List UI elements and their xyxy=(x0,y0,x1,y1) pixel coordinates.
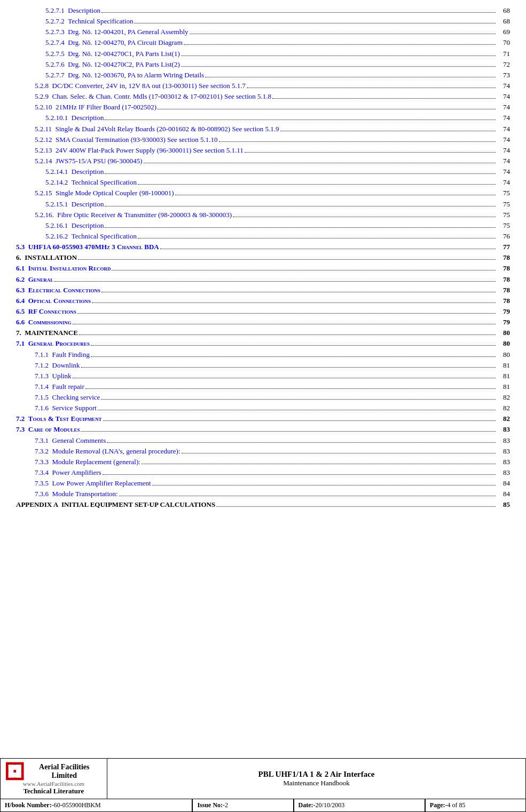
entry-dots xyxy=(85,388,496,389)
footer-logo-section: Aerial Facilities Limited www.AerialFaci… xyxy=(1,759,107,799)
toc-entry[interactable]: 6.2 General 78 xyxy=(16,274,510,285)
entry-dots xyxy=(181,66,496,67)
toc-entry[interactable]: 5.2.7.6 Drg. Nō. 12-004270C2, PA Parts L… xyxy=(16,59,510,70)
entry-page: 83 xyxy=(497,424,510,435)
toc-entry[interactable]: 7.1.6 Service Support 82 xyxy=(16,403,510,413)
toc-entry[interactable]: 5.2.12 SMA Coaxial Termination (93-93000… xyxy=(16,134,510,145)
toc-entry[interactable]: 7.3.4 Power Amplifiers 83 xyxy=(16,467,510,478)
toc-entry[interactable]: APPENDIX A INITIAL EQUIPMENT SET-UP CALC… xyxy=(16,499,510,510)
entry-dots xyxy=(216,506,496,507)
toc-entry[interactable]: 7.1.2 Downlink 81 xyxy=(16,360,510,371)
entry-left: 7.3.2 Module Removal (LNA’s, general pro… xyxy=(35,446,497,457)
toc-entry[interactable]: 5.2.7.1 Description 68 xyxy=(16,5,510,16)
entry-num: 5.2.7.1 xyxy=(45,5,68,16)
toc-content: 5.2.7.1 Description 68 5.2.7.2 Technical… xyxy=(0,0,526,758)
entry-left: 5.2.14.1 Description xyxy=(45,166,497,177)
entry-left: 5.2.12 SMA Coaxial Termination (93-93000… xyxy=(35,134,497,145)
entry-title: Fibre Optic Receiver & Transmitter (98-2… xyxy=(57,210,232,220)
entry-num: 5.2.7.2 xyxy=(45,16,68,27)
toc-entry[interactable]: 7.3.6 Module Transportation: 84 xyxy=(16,489,510,499)
toc-entry[interactable]: 5.2.15.1 Description 75 xyxy=(16,199,510,210)
toc-entry[interactable]: 7.1.4 Fault repair 81 xyxy=(16,381,510,392)
toc-entry[interactable]: 6.1 Initial Installation Record 78 xyxy=(16,263,510,274)
entry-dots xyxy=(138,238,496,238)
entry-num: 7.3.5 xyxy=(35,478,52,489)
toc-entry[interactable]: 5.3 UHF1A 60-055903 470MHz 3 Channel BDA… xyxy=(16,242,510,252)
toc-entry[interactable]: 6.6 Commissioning 79 xyxy=(16,317,510,328)
entry-num: 5.2.15 xyxy=(35,188,56,198)
toc-entry[interactable]: 7.1.5 Checking service 82 xyxy=(16,392,510,403)
toc-entry[interactable]: 5.2.16.1 Description 75 xyxy=(16,220,510,231)
toc-entry[interactable]: 5.2.14 JWS75-15/A PSU (96-300045) 74 xyxy=(16,156,510,166)
entry-title: Downlink xyxy=(52,360,80,371)
toc-entry[interactable]: 7. MAINTENANCE 80 xyxy=(16,328,510,338)
entry-dots xyxy=(205,77,496,77)
entry-dots xyxy=(184,44,496,45)
entry-num: 5.2.10 xyxy=(35,102,56,113)
toc-entry[interactable]: 6.3 Electrical Connections 78 xyxy=(16,285,510,296)
toc-entry[interactable]: 6.4 Optical Connections 78 xyxy=(16,296,510,306)
toc-entry[interactable]: 5.2.14.2 Technical Specification 74 xyxy=(16,177,510,188)
toc-entry[interactable]: 6. INSTALLATION 78 xyxy=(16,252,510,263)
toc-entry[interactable]: 5.2.7.5 Drg. Nō. 12-004270C1, PA Parts L… xyxy=(16,49,510,59)
toc-entry[interactable]: 7.1.1 Fault Finding 80 xyxy=(16,349,510,360)
toc-entry[interactable]: 5.2.11 Single & Dual 24Volt Relay Boards… xyxy=(16,124,510,134)
entry-left: 7.3.5 Low Power Amplifier Replacement xyxy=(35,478,497,489)
page-wrapper: 5.2.7.1 Description 68 5.2.7.2 Technical… xyxy=(0,0,526,812)
toc-entry[interactable]: 5.2.10.1 Description 74 xyxy=(16,113,510,123)
entry-page: 74 xyxy=(497,113,510,123)
toc-entry[interactable]: 7.3.3 Module Replacement (general): 83 xyxy=(16,457,510,467)
toc-entry[interactable]: 5.2.15 Single Mode Optical Coupler (98-1… xyxy=(16,188,510,198)
entry-num: 5.2.16. xyxy=(35,210,57,220)
toc-entry[interactable]: 5.2.10 21MHz IF Filter Board (17-002502)… xyxy=(16,102,510,113)
toc-entry[interactable]: 7.3.5 Low Power Amplifier Replacement 84 xyxy=(16,478,510,489)
toc-entry[interactable]: 5.2.16.2 Technical Specification 76 xyxy=(16,231,510,242)
entry-dots xyxy=(103,420,496,421)
entry-title: Single & Dual 24Volt Relay Boards (20-00… xyxy=(56,124,279,134)
entry-page: 74 xyxy=(497,166,510,177)
toc-entry[interactable]: 5.2.8 DC/DC Converter, 24V in, 12V 8A ou… xyxy=(16,81,510,91)
entry-dots xyxy=(134,23,496,23)
issue-label: Issue No: xyxy=(197,801,223,809)
toc-entry[interactable]: 7.1.3 Uplink 81 xyxy=(16,371,510,381)
toc-entry[interactable]: 5.2.9 Chan. Selec. & Chan. Contr. Mdls (… xyxy=(16,91,510,102)
entry-dots xyxy=(181,55,496,56)
toc-entry[interactable]: 5.2.16. Fibre Optic Receiver & Transmitt… xyxy=(16,210,510,220)
entry-page: 73 xyxy=(497,70,510,81)
entry-dots xyxy=(158,109,496,109)
toc-entry[interactable]: 5.2.7.3 Drg. Nō. 12-004201, PA General A… xyxy=(16,27,510,37)
entry-num: 7.3.3 xyxy=(35,457,52,467)
toc-entry[interactable]: 7.3.1 General Comments 83 xyxy=(16,435,510,446)
entry-dots xyxy=(107,442,496,443)
entry-title: Description xyxy=(72,199,104,210)
toc-entry[interactable]: 5.2.7.7 Drg. Nō. 12-003670, PA to Alarm … xyxy=(16,70,510,81)
entry-title: INSTALLATION xyxy=(25,252,77,263)
toc-entry[interactable]: 7.2 Tools & Test Equipment 82 xyxy=(16,413,510,424)
entry-num: 5.2.14.2 xyxy=(45,177,72,188)
entry-left: 7.1.2 Downlink xyxy=(35,360,497,371)
entry-left: 7.2 Tools & Test Equipment xyxy=(16,413,497,424)
footer: Aerial Facilities Limited www.AerialFaci… xyxy=(0,758,526,812)
entry-page: 82 xyxy=(497,392,510,403)
entry-page: 78 xyxy=(497,252,510,263)
entry-dots xyxy=(81,367,496,368)
entry-title: Technical Specification xyxy=(72,231,137,242)
toc-entry[interactable]: 7.3.2 Module Removal (LNA’s, general pro… xyxy=(16,446,510,457)
company-name: Aerial Facilities Limited xyxy=(27,763,101,780)
entry-num: 6.3 xyxy=(16,285,28,296)
entry-left: 6.1 Initial Installation Record xyxy=(16,263,497,274)
toc-entry[interactable]: 6.5 RF Connections 79 xyxy=(16,306,510,317)
toc-entry[interactable]: 5.2.7.2 Technical Specification 68 xyxy=(16,16,510,27)
entry-left: 5.2.10 21MHz IF Filter Board (17-002502) xyxy=(35,102,497,113)
toc-entry[interactable]: 7.1 General Procedures 80 xyxy=(16,338,510,349)
entry-dots xyxy=(103,474,496,475)
toc-entry[interactable]: 5.2.7.4 Drg. Nō. 12-004270, PA Circuit D… xyxy=(16,37,510,48)
toc-entry[interactable]: 5.2.13 24V 400W Flat-Pack Power Supply (… xyxy=(16,145,510,156)
toc-entry[interactable]: 7.3 Care of Modules 83 xyxy=(16,424,510,435)
entry-dots xyxy=(247,87,496,88)
toc-entry[interactable]: 5.2.14.1 Description 74 xyxy=(16,166,510,177)
entry-num: 6.5 xyxy=(16,306,28,317)
entry-left: 6. INSTALLATION xyxy=(16,252,497,263)
entry-dots xyxy=(79,335,496,335)
issue-value: -2 xyxy=(223,801,228,809)
